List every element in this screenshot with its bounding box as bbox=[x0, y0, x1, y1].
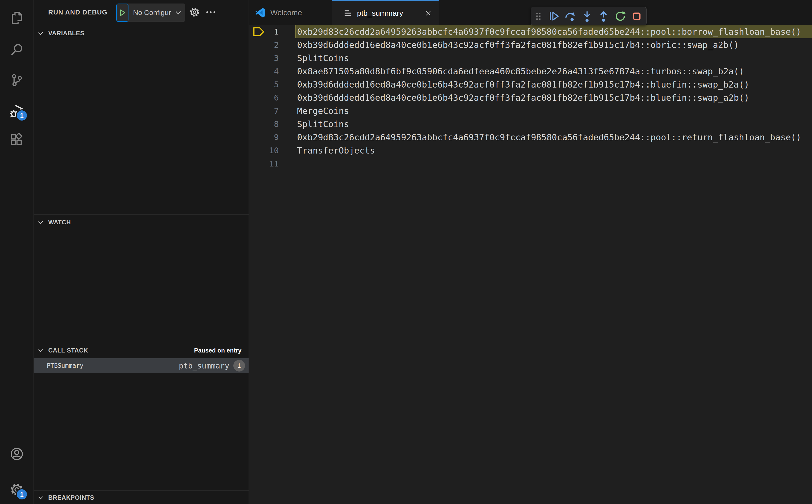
stop-button[interactable] bbox=[631, 9, 643, 23]
file-list-icon bbox=[343, 9, 352, 18]
debug-toolbar bbox=[531, 7, 647, 25]
tab-label: ptb_summary bbox=[357, 9, 403, 18]
debug-session-badge: 1 bbox=[16, 109, 28, 122]
extensions-icon[interactable] bbox=[9, 132, 24, 147]
run-and-debug-sidebar: RUN AND DEBUG No Configur VARIABLES bbox=[34, 0, 249, 504]
more-actions-icon[interactable] bbox=[205, 6, 217, 18]
gutter-glyph-margin[interactable] bbox=[252, 53, 265, 63]
editor-line[interactable]: 2 0xb39d6dddedd16ed8a40ce0b1e6b43c92acf0… bbox=[249, 38, 812, 52]
gutter-glyph-margin[interactable] bbox=[252, 79, 265, 90]
divider bbox=[34, 214, 248, 215]
editor-line[interactable]: 5 0xb39d6dddedd16ed8a40ce0b1e6b43c92acf0… bbox=[249, 78, 812, 91]
close-tab-icon[interactable] bbox=[424, 8, 433, 18]
section-header-call-stack[interactable]: CALL STACK Paused on entry bbox=[34, 344, 248, 357]
tab-ptb-summary[interactable]: ptb_summary bbox=[332, 0, 439, 25]
gutter-glyph-margin[interactable] bbox=[252, 93, 265, 103]
start-debugging-button[interactable] bbox=[116, 4, 128, 22]
frame-source: ptb_summary bbox=[179, 361, 229, 370]
tab-label: Welcome bbox=[270, 8, 302, 17]
editor-region: Welcome ptb_summary bbox=[249, 0, 812, 504]
frame-name: PTBSummary bbox=[47, 358, 84, 373]
toolbar-drag-gripper[interactable] bbox=[535, 9, 543, 23]
editor-line[interactable]: 6 0xb39d6dddedd16ed8a40ce0b1e6b43c92acf0… bbox=[249, 91, 812, 104]
editor-line[interactable]: 11 bbox=[249, 157, 812, 170]
continue-button[interactable] bbox=[548, 9, 560, 23]
accounts-icon[interactable] bbox=[9, 447, 24, 461]
restart-button[interactable] bbox=[614, 9, 626, 23]
line-text: 0x8ae871505a80d8bf6bf9c05906cda6edfeea46… bbox=[297, 65, 744, 78]
section-label: BREAKPOINTS bbox=[48, 491, 94, 504]
line-text: MergeCoins bbox=[297, 104, 349, 117]
gutter-glyph-margin[interactable] bbox=[252, 159, 265, 169]
editor-line[interactable]: 10 TransferObjects bbox=[249, 144, 812, 157]
chevron-down-icon bbox=[38, 220, 44, 226]
section-label: CALL STACK bbox=[48, 344, 88, 357]
chevron-down-icon bbox=[38, 348, 44, 354]
line-text: 0xb39d6dddedd16ed8a40ce0b1e6b43c92acf0ff… bbox=[297, 78, 749, 91]
debug-config-label: No Configur bbox=[133, 4, 171, 22]
section-label: WATCH bbox=[48, 215, 71, 229]
gutter-glyph-margin[interactable] bbox=[252, 66, 265, 76]
tab-welcome[interactable]: Welcome bbox=[249, 0, 332, 25]
editor-line[interactable]: 1 0xb29d83c26cdd2a64959263abbcfc4a6937f0… bbox=[249, 25, 812, 38]
step-into-button[interactable] bbox=[581, 9, 593, 23]
editor-line[interactable]: 8 SplitCoins bbox=[249, 117, 812, 131]
line-text: SplitCoins bbox=[297, 117, 349, 131]
step-over-button[interactable] bbox=[564, 9, 576, 23]
chevron-down-icon bbox=[38, 30, 44, 37]
gutter-glyph-margin[interactable] bbox=[252, 145, 265, 156]
editor-code[interactable]: 1 0xb29d83c26cdd2a64959263abbcfc4a6937f0… bbox=[249, 25, 812, 170]
chevron-down-icon bbox=[38, 495, 44, 501]
chevron-down-icon bbox=[174, 9, 182, 17]
gutter-glyph-margin[interactable] bbox=[252, 132, 265, 142]
line-text: SplitCoins bbox=[297, 52, 349, 65]
call-stack-frame-row[interactable]: PTBSummary ptb_summary 1 bbox=[34, 358, 248, 373]
editor-line[interactable]: 4 0x8ae871505a80d8bf6bf9c05906cda6edfeea… bbox=[249, 65, 812, 78]
sidebar-title: RUN AND DEBUG bbox=[48, 0, 107, 24]
line-text: 0xb39d6dddedd16ed8a40ce0b1e6b43c92acf0ff… bbox=[297, 38, 739, 52]
line-text: TransferObjects bbox=[297, 144, 375, 157]
section-label: VARIABLES bbox=[48, 26, 84, 40]
section-header-watch[interactable]: WATCH bbox=[34, 215, 248, 229]
editor-line[interactable]: 9 0xb29d83c26cdd2a64959263abbcfc4a6937f0… bbox=[249, 131, 812, 144]
activity-bar: 1 1 bbox=[0, 0, 34, 504]
section-header-breakpoints[interactable]: BREAKPOINTS bbox=[34, 491, 248, 504]
line-text: 0xb39d6dddedd16ed8a40ce0b1e6b43c92acf0ff… bbox=[297, 91, 749, 104]
explorer-icon[interactable] bbox=[9, 11, 24, 25]
debug-settings-gear-icon[interactable] bbox=[188, 6, 201, 18]
line-text: 0xb29d83c26cdd2a64959263abbcfc4a6937f0c9… bbox=[297, 25, 801, 38]
divider bbox=[34, 490, 248, 491]
vscode-logo-icon bbox=[255, 7, 266, 18]
current-frame-arrow-icon bbox=[252, 27, 265, 37]
gutter-glyph-margin[interactable] bbox=[252, 40, 265, 50]
pause-status: Paused on entry bbox=[194, 344, 241, 357]
settings-badge: 1 bbox=[16, 488, 28, 500]
divider bbox=[34, 343, 248, 343]
editor-line[interactable]: 7 MergeCoins bbox=[249, 104, 812, 117]
gutter-glyph-margin[interactable] bbox=[252, 27, 265, 37]
search-icon[interactable] bbox=[9, 42, 24, 57]
frame-count-badge: 1 bbox=[233, 360, 245, 372]
gutter-glyph-margin[interactable] bbox=[252, 106, 265, 116]
debug-config-dropdown[interactable]: No Configur bbox=[116, 4, 185, 22]
step-out-button[interactable] bbox=[598, 9, 610, 23]
line-text: 0xb29d83c26cdd2a64959263abbcfc4a6937f0c9… bbox=[297, 131, 801, 144]
source-control-icon[interactable] bbox=[9, 73, 24, 88]
gutter-glyph-margin[interactable] bbox=[252, 119, 265, 129]
section-header-variables[interactable]: VARIABLES bbox=[34, 26, 248, 40]
editor-line[interactable]: 3 SplitCoins bbox=[249, 52, 812, 65]
play-icon bbox=[119, 8, 126, 17]
